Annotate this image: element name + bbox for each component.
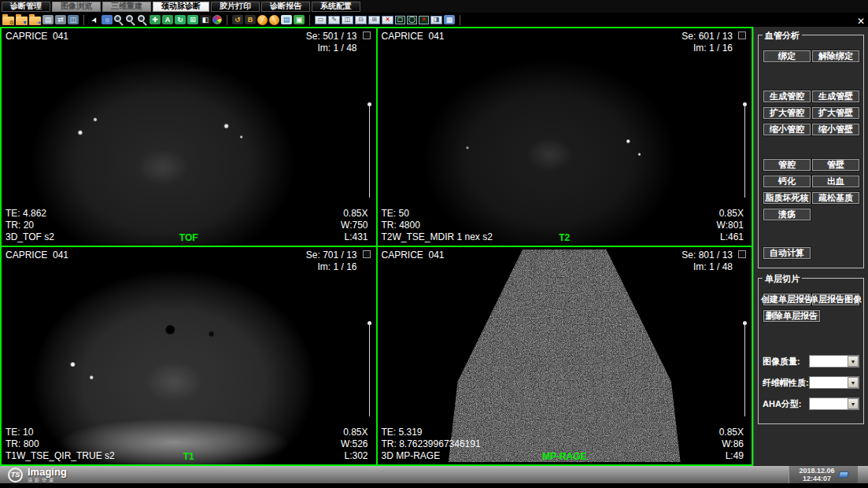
- expand-lumen-button[interactable]: 扩大管腔: [763, 106, 811, 120]
- toolbar: ⚙▼➜▤⇄◫➤☼✚A↻⊞◧↺B╱╲▤▣▭✎◫⊟⊞✕▢◯✕◨▦: [0, 13, 868, 27]
- patient-name: CAPRICE 041: [382, 250, 445, 261]
- page-box[interactable]: [363, 250, 371, 258]
- calcification-button[interactable]: 钙化: [763, 175, 811, 188]
- te-value: TE: 5.319: [382, 427, 481, 438]
- tab-film-print[interactable]: 胶片打印: [211, 2, 260, 12]
- tr-value: TR: 8.76239967346191: [382, 438, 481, 450]
- slice-slider[interactable]: [744, 105, 745, 198]
- pointer-cursor-icon[interactable]: ➤: [88, 13, 101, 26]
- slice-report-image-button[interactable]: 单层报告图像: [811, 293, 860, 306]
- send-study-icon[interactable]: ⇄: [55, 15, 66, 24]
- viewport-mprage[interactable]: CAPRICE 041 Se: 801 / 13 Im: 1 / 48 TE: …: [378, 247, 752, 464]
- date-text: 2018.12.06: [799, 467, 834, 475]
- compare-view-icon[interactable]: ◨: [430, 16, 442, 24]
- tab-diagnosis-report[interactable]: 诊断报告: [261, 2, 310, 12]
- refresh-icon[interactable]: ↻: [175, 15, 186, 24]
- slice-slider[interactable]: [369, 105, 370, 198]
- expand-wall-button[interactable]: 扩大管壁: [811, 106, 860, 120]
- layout-2x1-icon[interactable]: ⊟: [355, 16, 367, 24]
- window-level-icon[interactable]: ☼: [102, 15, 113, 24]
- annotation-icon[interactable]: A: [162, 15, 173, 24]
- roi-ellipse-icon[interactable]: ◯: [407, 16, 417, 24]
- image-number: Im: 1 / 16: [681, 43, 733, 54]
- layout-1x1-icon[interactable]: ▭: [315, 16, 327, 24]
- export-image-icon[interactable]: ▣: [294, 15, 305, 24]
- logo-badge: TS: [8, 468, 23, 482]
- save-study-folder-icon[interactable]: ▼: [16, 17, 28, 25]
- fit-screen-icon[interactable]: ⊞: [187, 15, 198, 24]
- page-box[interactable]: [738, 31, 746, 39]
- close-icon[interactable]: ✕: [855, 16, 867, 27]
- create-slice-report-button[interactable]: 创建单层报告: [763, 293, 811, 306]
- wall-button[interactable]: 管壁: [811, 158, 860, 172]
- layout-clear-icon[interactable]: ✕: [382, 16, 393, 24]
- delete-slice-report-button[interactable]: 删除单层报告: [763, 309, 821, 323]
- shrink-lumen-button[interactable]: 缩小管腔: [763, 123, 811, 136]
- sequence-label: TOF: [179, 232, 198, 243]
- viewport-tof[interactable]: CAPRICE 041 Se: 501 / 13 Im: 1 / 48 TE: …: [2, 28, 376, 246]
- chevron-down-icon[interactable]: ▼: [848, 398, 859, 409]
- roi-rect-icon[interactable]: ▢: [395, 16, 405, 24]
- invert-icon[interactable]: ◧: [200, 15, 211, 24]
- tab-diagnosis-management[interactable]: 诊断管理: [2, 2, 50, 12]
- menu-bar: 诊断管理图像浏览三维重建颈动脉诊断胶片打印诊断报告系统配置: [0, 0, 868, 13]
- bind-button[interactable]: 绑定: [763, 50, 811, 63]
- tab-image-browse[interactable]: 图像浏览: [52, 2, 101, 12]
- zoom-in-icon[interactable]: [114, 15, 121, 22]
- slice-slider[interactable]: [744, 323, 745, 417]
- import-study-folder-icon[interactable]: ➜: [29, 17, 41, 25]
- display-params: 0.85X W:86 L:49: [719, 427, 744, 462]
- pan-icon[interactable]: ✚: [150, 15, 161, 24]
- window-width: W:526: [341, 438, 368, 450]
- window-level: L:49: [719, 450, 744, 462]
- layout-1x2-icon[interactable]: ◫: [342, 16, 353, 24]
- film-export-icon[interactable]: ▦: [444, 15, 455, 24]
- angle-tool-icon[interactable]: ╲: [269, 15, 279, 25]
- viewport-t2[interactable]: CAPRICE 041 Se: 601 / 13 Im: 1 / 16 TE: …: [378, 28, 752, 246]
- page-box[interactable]: [738, 250, 746, 258]
- chevron-down-icon[interactable]: ▼: [848, 356, 859, 367]
- ulcer-button[interactable]: 溃疡: [763, 208, 811, 221]
- image-quality-select[interactable]: ▼: [809, 355, 859, 368]
- tab-system-config[interactable]: 系统配置: [312, 2, 360, 12]
- aha-type-select[interactable]: ▼: [809, 397, 859, 410]
- color-wheel-icon[interactable]: [212, 15, 222, 24]
- acquisition-params: TE: 50 TR: 4800 T2W_TSE_MDIR 1 nex s2: [382, 208, 493, 243]
- zoom-out-icon[interactable]: [138, 15, 145, 22]
- zoom-region-icon[interactable]: [126, 15, 133, 22]
- te-value: TE: 10: [6, 427, 115, 438]
- viewport-t1[interactable]: CAPRICE 041 Se: 701 / 13 Im: 1 / 16 TE: …: [2, 247, 376, 464]
- page-box[interactable]: [363, 31, 371, 39]
- worklist-monitor-icon[interactable]: ▤: [42, 15, 54, 24]
- calendar-icon: [838, 471, 849, 478]
- unbind-button[interactable]: 解除绑定: [811, 50, 860, 63]
- sequence-name: 3D_TOF s2: [6, 231, 54, 243]
- measure-tool-icon[interactable]: ╱: [257, 15, 268, 25]
- slice-slider[interactable]: [369, 323, 370, 417]
- layout-edit-icon[interactable]: ✎: [328, 16, 340, 24]
- rotate-image-icon[interactable]: ↺: [232, 15, 243, 24]
- tab-carotid-diagnosis[interactable]: 颈动脉诊断: [153, 2, 209, 12]
- hemorrhage-button[interactable]: 出血: [811, 175, 860, 188]
- fibrous-cap-select[interactable]: ▼: [809, 376, 859, 389]
- layout-2x2-icon[interactable]: ⊞: [368, 16, 380, 24]
- series-number: Se: 801 / 13: [681, 250, 733, 261]
- open-study-folder-icon[interactable]: ⚙: [2, 17, 14, 25]
- lipid-core-button[interactable]: 脂质坏死核: [763, 191, 811, 205]
- zoom-factor: 0.85X: [341, 427, 368, 438]
- generate-wall-button[interactable]: 生成管壁: [811, 90, 860, 103]
- roi-delete-icon[interactable]: ✕: [419, 16, 429, 24]
- tab-3d-reconstruction[interactable]: 三维重建: [102, 2, 151, 12]
- generate-lumen-button[interactable]: 生成管腔: [763, 90, 811, 103]
- loose-matrix-button[interactable]: 疏松基质: [811, 191, 860, 205]
- window-level: L:461: [717, 231, 744, 243]
- auto-calculate-button[interactable]: 自动计算: [763, 246, 811, 260]
- window-level: L:431: [341, 231, 368, 243]
- archive-database-icon[interactable]: ◫: [68, 15, 79, 24]
- chevron-down-icon[interactable]: ▼: [848, 377, 859, 388]
- lumen-button[interactable]: 管腔: [763, 158, 811, 172]
- copy-report-icon[interactable]: ▤: [281, 15, 292, 24]
- shrink-wall-button[interactable]: 缩小管壁: [811, 123, 860, 136]
- display-params: 0.85X W:750 L:431: [341, 208, 368, 243]
- batch-edit-icon[interactable]: B: [245, 15, 256, 24]
